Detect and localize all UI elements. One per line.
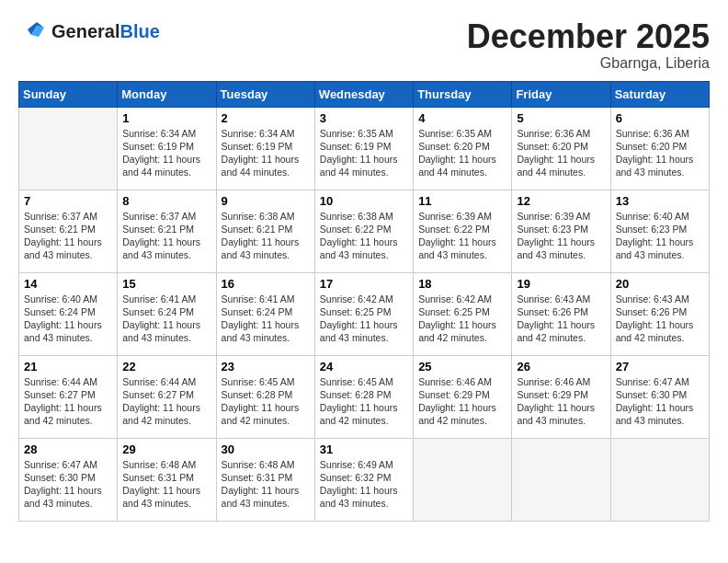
day-info: Sunrise: 6:35 AM Sunset: 6:19 PM Dayligh…	[320, 127, 408, 179]
day-number: 24	[320, 360, 408, 373]
calendar-cell: 20Sunrise: 6:43 AM Sunset: 6:26 PM Dayli…	[610, 272, 709, 355]
calendar-cell: 24Sunrise: 6:45 AM Sunset: 6:28 PM Dayli…	[314, 355, 413, 438]
week-row-4: 21Sunrise: 6:44 AM Sunset: 6:27 PM Dayli…	[19, 355, 710, 438]
calendar-cell: 30Sunrise: 6:48 AM Sunset: 6:31 PM Dayli…	[216, 438, 314, 521]
day-info: Sunrise: 6:37 AM Sunset: 6:21 PM Dayligh…	[24, 210, 112, 262]
day-info: Sunrise: 6:45 AM Sunset: 6:28 PM Dayligh…	[320, 375, 408, 428]
calendar-cell: 6Sunrise: 6:36 AM Sunset: 6:20 PM Daylig…	[610, 107, 709, 190]
logo-text-blue: Blue	[119, 21, 159, 41]
calendar-table: SundayMondayTuesdayWednesdayThursdayFrid…	[18, 81, 710, 522]
day-number: 17	[320, 277, 408, 291]
day-number: 23	[222, 360, 310, 373]
calendar-cell: 23Sunrise: 6:45 AM Sunset: 6:28 PM Dayli…	[216, 355, 314, 438]
week-row-1: 1Sunrise: 6:34 AM Sunset: 6:19 PM Daylig…	[19, 107, 710, 190]
day-number: 26	[517, 360, 605, 373]
day-number: 19	[517, 277, 605, 291]
day-info: Sunrise: 6:35 AM Sunset: 6:20 PM Dayligh…	[418, 127, 506, 179]
title-block: December 2025 Gbarnga, Liberia	[467, 18, 710, 72]
day-number: 20	[616, 277, 704, 291]
day-info: Sunrise: 6:36 AM Sunset: 6:20 PM Dayligh…	[616, 127, 704, 179]
weekday-header-monday: Monday	[118, 81, 216, 107]
day-info: Sunrise: 6:46 AM Sunset: 6:29 PM Dayligh…	[517, 375, 605, 428]
location: Gbarnga, Liberia	[467, 55, 710, 72]
day-number: 8	[122, 194, 210, 208]
calendar-cell	[19, 107, 118, 190]
day-info: Sunrise: 6:48 AM Sunset: 6:31 PM Dayligh…	[122, 458, 210, 511]
day-info: Sunrise: 6:47 AM Sunset: 6:30 PM Dayligh…	[24, 458, 112, 511]
calendar-cell: 7Sunrise: 6:37 AM Sunset: 6:21 PM Daylig…	[19, 190, 118, 272]
day-number: 18	[418, 277, 506, 291]
day-info: Sunrise: 6:37 AM Sunset: 6:21 PM Dayligh…	[122, 210, 210, 262]
day-number: 11	[418, 194, 506, 208]
calendar-cell: 17Sunrise: 6:42 AM Sunset: 6:25 PM Dayli…	[314, 272, 413, 355]
day-number: 2	[222, 111, 310, 125]
day-number: 4	[418, 111, 506, 125]
calendar-cell: 15Sunrise: 6:41 AM Sunset: 6:24 PM Dayli…	[118, 272, 216, 355]
calendar-cell: 19Sunrise: 6:43 AM Sunset: 6:26 PM Dayli…	[512, 272, 610, 355]
day-info: Sunrise: 6:41 AM Sunset: 6:24 PM Dayligh…	[222, 293, 310, 345]
day-number: 12	[517, 194, 605, 208]
day-info: Sunrise: 6:38 AM Sunset: 6:22 PM Dayligh…	[320, 210, 408, 262]
calendar-cell: 13Sunrise: 6:40 AM Sunset: 6:23 PM Dayli…	[610, 190, 709, 272]
day-number: 29	[122, 442, 210, 456]
week-row-2: 7Sunrise: 6:37 AM Sunset: 6:21 PM Daylig…	[19, 190, 710, 272]
day-number: 16	[222, 277, 310, 291]
day-number: 28	[24, 442, 112, 456]
day-info: Sunrise: 6:44 AM Sunset: 6:27 PM Dayligh…	[122, 375, 210, 428]
day-info: Sunrise: 6:45 AM Sunset: 6:28 PM Dayligh…	[222, 375, 310, 428]
day-number: 31	[320, 442, 408, 456]
calendar-cell: 8Sunrise: 6:37 AM Sunset: 6:21 PM Daylig…	[118, 190, 216, 272]
calendar-cell: 22Sunrise: 6:44 AM Sunset: 6:27 PM Dayli…	[118, 355, 216, 438]
day-number: 3	[320, 111, 408, 125]
weekday-header-sunday: Sunday	[19, 81, 118, 107]
week-row-3: 14Sunrise: 6:40 AM Sunset: 6:24 PM Dayli…	[19, 272, 710, 355]
calendar-cell: 28Sunrise: 6:47 AM Sunset: 6:30 PM Dayli…	[19, 438, 118, 521]
calendar-cell	[610, 438, 709, 521]
calendar-cell: 4Sunrise: 6:35 AM Sunset: 6:20 PM Daylig…	[414, 107, 512, 190]
day-info: Sunrise: 6:39 AM Sunset: 6:22 PM Dayligh…	[418, 210, 506, 262]
day-info: Sunrise: 6:34 AM Sunset: 6:19 PM Dayligh…	[222, 127, 310, 179]
calendar-cell: 21Sunrise: 6:44 AM Sunset: 6:27 PM Dayli…	[19, 355, 118, 438]
calendar-cell: 3Sunrise: 6:35 AM Sunset: 6:19 PM Daylig…	[314, 107, 413, 190]
day-number: 7	[24, 194, 112, 208]
calendar-cell: 5Sunrise: 6:36 AM Sunset: 6:20 PM Daylig…	[512, 107, 610, 190]
calendar-cell: 26Sunrise: 6:46 AM Sunset: 6:29 PM Dayli…	[512, 355, 610, 438]
calendar-cell: 31Sunrise: 6:49 AM Sunset: 6:32 PM Dayli…	[314, 438, 413, 521]
calendar-cell: 16Sunrise: 6:41 AM Sunset: 6:24 PM Dayli…	[216, 272, 314, 355]
day-number: 6	[616, 111, 704, 125]
calendar-cell: 2Sunrise: 6:34 AM Sunset: 6:19 PM Daylig…	[216, 107, 314, 190]
day-number: 5	[517, 111, 605, 125]
day-number: 27	[616, 360, 704, 373]
calendar-cell: 12Sunrise: 6:39 AM Sunset: 6:23 PM Dayli…	[512, 190, 610, 272]
weekday-header-saturday: Saturday	[610, 81, 709, 107]
day-number: 10	[320, 194, 408, 208]
day-info: Sunrise: 6:42 AM Sunset: 6:25 PM Dayligh…	[320, 293, 408, 345]
day-info: Sunrise: 6:40 AM Sunset: 6:24 PM Dayligh…	[24, 293, 112, 345]
day-info: Sunrise: 6:47 AM Sunset: 6:30 PM Dayligh…	[616, 375, 704, 428]
logo: GeneralBlue	[18, 18, 160, 44]
calendar-cell: 10Sunrise: 6:38 AM Sunset: 6:22 PM Dayli…	[314, 190, 413, 272]
calendar-cell: 9Sunrise: 6:38 AM Sunset: 6:21 PM Daylig…	[216, 190, 314, 272]
weekday-header-friday: Friday	[512, 81, 610, 107]
calendar-cell: 1Sunrise: 6:34 AM Sunset: 6:19 PM Daylig…	[118, 107, 216, 190]
day-info: Sunrise: 6:43 AM Sunset: 6:26 PM Dayligh…	[616, 293, 704, 345]
day-number: 21	[24, 360, 112, 373]
day-info: Sunrise: 6:49 AM Sunset: 6:32 PM Dayligh…	[320, 458, 408, 511]
day-number: 13	[616, 194, 704, 208]
calendar-cell: 18Sunrise: 6:42 AM Sunset: 6:25 PM Dayli…	[414, 272, 512, 355]
logo-text-general: General	[51, 21, 119, 41]
weekday-header-thursday: Thursday	[414, 81, 512, 107]
day-info: Sunrise: 6:39 AM Sunset: 6:23 PM Dayligh…	[517, 210, 605, 262]
calendar-cell	[414, 438, 512, 521]
calendar-cell: 29Sunrise: 6:48 AM Sunset: 6:31 PM Dayli…	[118, 438, 216, 521]
weekday-header-tuesday: Tuesday	[216, 81, 314, 107]
calendar-cell: 27Sunrise: 6:47 AM Sunset: 6:30 PM Dayli…	[610, 355, 709, 438]
weekday-header-wednesday: Wednesday	[314, 81, 413, 107]
day-number: 30	[222, 442, 310, 456]
day-number: 9	[222, 194, 310, 208]
day-info: Sunrise: 6:44 AM Sunset: 6:27 PM Dayligh…	[24, 375, 112, 428]
day-number: 14	[24, 277, 112, 291]
day-info: Sunrise: 6:36 AM Sunset: 6:20 PM Dayligh…	[517, 127, 605, 179]
day-info: Sunrise: 6:41 AM Sunset: 6:24 PM Dayligh…	[122, 293, 210, 345]
month-title: December 2025	[467, 18, 710, 55]
